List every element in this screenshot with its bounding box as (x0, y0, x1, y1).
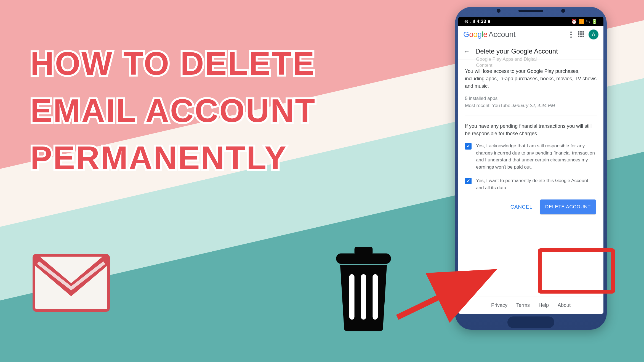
acknowledge-text: Yes, I acknowledge that I am still respo… (476, 142, 597, 171)
confirm-delete-checkbox[interactable]: ✓ (465, 178, 472, 184)
svg-rect-3 (361, 274, 366, 320)
title-block: How To Delete email account permanently (30, 40, 316, 182)
pending-note: If you have any pending financial transa… (465, 123, 597, 137)
alarm-icon: ⏰ (571, 19, 577, 25)
most-recent-label: Most recent: YouTube January 22, 4:44 PM (465, 102, 597, 109)
confirm-delete-row: ✓ Yes, I want to permanently delete this… (465, 177, 597, 191)
network-type-label: 4G (464, 20, 469, 23)
more-menu-icon[interactable] (568, 31, 574, 38)
call-icon: 📶 (579, 19, 584, 25)
trash-icon (331, 247, 396, 331)
cancel-button[interactable]: CANCEL (510, 203, 533, 211)
content-area: You will lose access to your Google Play… (458, 60, 603, 297)
lose-access-text: You will lose access to your Google Play… (465, 68, 597, 90)
ghost-caption: Google Play Apps and DigitalContent (476, 56, 537, 68)
signal-icon: ..ıl (470, 19, 475, 24)
title-line-1: How To Delete (30, 40, 316, 87)
phone-screen: 4G ..ıl 4:33 ■ ⏰ 📶 ⇆ 🔋 GoogleAccount (458, 17, 603, 314)
svg-rect-1 (336, 254, 391, 264)
video-icon: ■ (488, 19, 491, 24)
phone-notch (455, 7, 607, 15)
phone-frame: 4G ..ıl 4:33 ■ ⏰ 📶 ⇆ 🔋 GoogleAccount (455, 7, 607, 330)
button-row: CANCEL DELETE ACCOUNT (465, 199, 597, 217)
app-header: GoogleAccount A (458, 26, 603, 43)
phone-home-button[interactable] (507, 316, 554, 328)
footer-about-link[interactable]: About (558, 302, 571, 308)
acknowledge-checkbox[interactable]: ✓ (465, 143, 472, 150)
wifi-icon: ⇆ (586, 19, 590, 25)
confirm-delete-text: Yes, I want to permanently delete this G… (476, 177, 597, 191)
acknowledge-row: ✓ Yes, I acknowledge that I am still res… (465, 142, 597, 171)
clock-label: 4:33 (477, 19, 486, 24)
page-title: Delete your Google Account (475, 47, 558, 55)
delete-account-button[interactable]: DELETE ACCOUNT (540, 199, 596, 214)
title-line-3: permanently (30, 134, 316, 182)
footer-links: Privacy Terms Help About (458, 297, 603, 314)
gmail-icon (33, 254, 110, 312)
page-subheader: ← Delete your Google Account Google Play… (458, 43, 603, 60)
status-bar: 4G ..ıl 4:33 ■ ⏰ 📶 ⇆ 🔋 (458, 17, 603, 26)
installed-apps-label: 5 installed apps (465, 95, 597, 102)
svg-rect-4 (372, 274, 378, 320)
apps-grid-icon[interactable] (578, 31, 585, 38)
google-logo: GoogleAccount (463, 30, 515, 39)
footer-terms-link[interactable]: Terms (516, 302, 530, 308)
title-line-2: email account (30, 87, 316, 134)
svg-rect-2 (349, 274, 355, 320)
back-arrow-icon[interactable]: ← (463, 47, 470, 55)
battery-icon: 🔋 (592, 19, 597, 25)
footer-privacy-link[interactable]: Privacy (491, 302, 507, 308)
footer-help-link[interactable]: Help (539, 302, 549, 308)
account-avatar[interactable]: A (589, 30, 598, 39)
divider (465, 116, 597, 116)
